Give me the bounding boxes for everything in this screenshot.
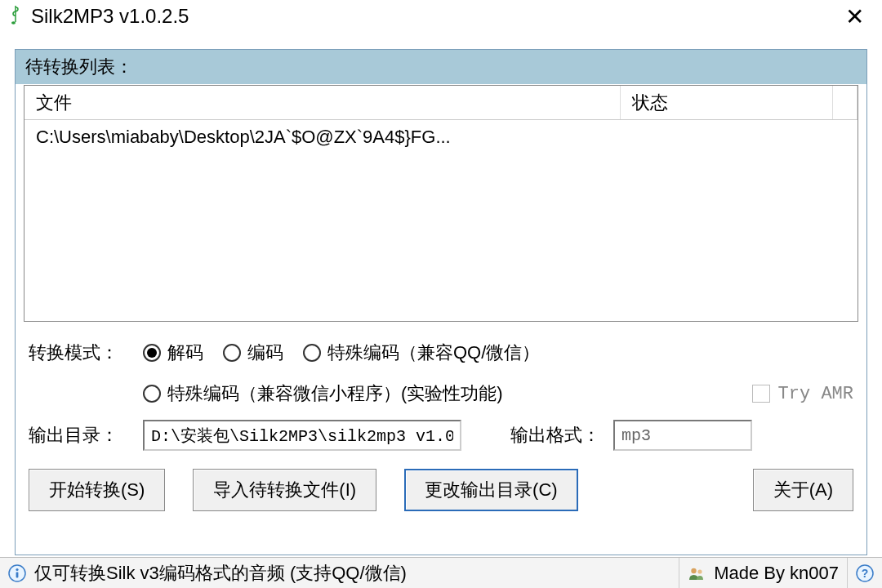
radio-decode-label: 解码 <box>167 341 203 365</box>
checkbox-box-icon <box>752 385 770 403</box>
close-icon[interactable]: ✕ <box>835 3 874 30</box>
status-message-cell: 仅可转换Silk v3编码格式的音频 (支持QQ/微信) <box>0 558 679 588</box>
button-row: 开始转换(S) 导入待转换文件(I) 更改输出目录(C) 关于(A) <box>29 469 853 511</box>
help-icon: ? <box>856 564 874 582</box>
radio-circle-icon <box>143 385 161 403</box>
start-button[interactable]: 开始转换(S) <box>29 469 165 511</box>
listview-header: 文件 状态 <box>24 86 858 120</box>
file-listview[interactable]: 文件 状态 C:\Users\miababy\Desktop\2JA`$O@ZX… <box>24 85 858 322</box>
titlebar: Silk2MP3 v1.0.2.5 ✕ <box>0 0 882 33</box>
controls-panel: 转换模式： 解码 编码 特殊编码（兼容QQ/微信） <box>24 338 858 511</box>
info-icon <box>8 564 26 582</box>
status-author-cell: Made By kn007 <box>679 558 848 588</box>
radio-circle-icon <box>223 344 241 362</box>
status-help-cell[interactable]: ? <box>848 558 882 588</box>
about-button[interactable]: 关于(A) <box>753 469 853 511</box>
svg-text:?: ? <box>862 567 869 580</box>
column-status[interactable]: 状态 <box>621 86 833 119</box>
column-spacer <box>833 86 858 119</box>
checkbox-try-amr[interactable]: Try AMR <box>752 384 853 404</box>
status-author: Made By kn007 <box>714 563 839 584</box>
status-message: 仅可转换Silk v3编码格式的音频 (支持QQ/微信) <box>34 561 407 586</box>
conversion-groupbox: 待转换列表： 文件 状态 C:\Users\miababy\Desktop\2J… <box>15 49 867 555</box>
svg-point-0 <box>11 21 16 24</box>
radio-special-qqwx[interactable]: 特殊编码（兼容QQ/微信） <box>303 341 540 365</box>
import-button[interactable]: 导入待转换文件(I) <box>193 469 376 511</box>
radio-circle-icon <box>143 344 161 362</box>
output-dir-input[interactable] <box>143 420 461 451</box>
cell-file: C:\Users\miababy\Desktop\2JA`$O@ZX`9A4$}… <box>24 120 621 154</box>
svg-point-5 <box>698 569 702 573</box>
mode-label: 转换模式： <box>29 341 135 365</box>
radio-special-qqwx-label: 特殊编码（兼容QQ/微信） <box>327 341 540 365</box>
output-format-label: 输出格式： <box>510 423 600 448</box>
checkbox-try-amr-label: Try AMR <box>778 384 853 404</box>
mode-row-2: 特殊编码（兼容微信小程序）(实验性功能) Try AMR <box>29 379 853 408</box>
radio-decode[interactable]: 解码 <box>143 341 203 365</box>
radio-special-miniapp[interactable]: 特殊编码（兼容微信小程序）(实验性功能) <box>143 381 503 406</box>
window-title: Silk2MP3 v1.0.2.5 <box>31 5 835 28</box>
people-icon <box>688 564 706 582</box>
output-row: 输出目录： 输出格式： <box>29 420 853 451</box>
output-dir-label: 输出目录： <box>29 423 135 448</box>
change-dir-button[interactable]: 更改输出目录(C) <box>404 469 578 511</box>
radio-circle-icon <box>303 344 321 362</box>
statusbar: 仅可转换Silk v3编码格式的音频 (支持QQ/微信) Made By kn0… <box>0 557 882 588</box>
radio-encode-label: 编码 <box>247 341 283 365</box>
svg-rect-3 <box>16 572 19 577</box>
list-item[interactable]: C:\Users\miababy\Desktop\2JA`$O@ZX`9A4$}… <box>24 120 858 154</box>
mode-row-1: 转换模式： 解码 编码 特殊编码（兼容QQ/微信） <box>29 338 853 368</box>
radio-special-miniapp-label: 特殊编码（兼容微信小程序）(实验性功能) <box>167 381 503 406</box>
svg-point-4 <box>691 568 696 572</box>
group-legend: 待转换列表： <box>15 49 867 84</box>
column-file[interactable]: 文件 <box>24 86 621 119</box>
output-format-input[interactable] <box>613 420 752 451</box>
cell-status <box>621 120 858 154</box>
radio-encode[interactable]: 编码 <box>223 341 283 365</box>
svg-point-2 <box>16 568 18 570</box>
app-icon <box>8 4 23 29</box>
mode-radio-group: 解码 编码 特殊编码（兼容QQ/微信） <box>143 341 559 365</box>
